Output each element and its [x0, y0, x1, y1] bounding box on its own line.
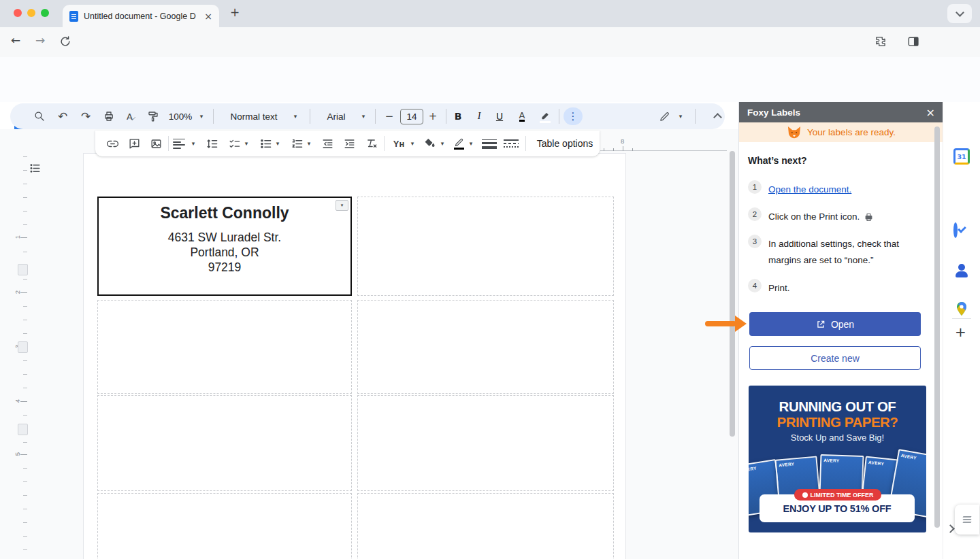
- fill-color-caret-icon[interactable]: ▾: [438, 131, 446, 156]
- numbered-list-caret-icon[interactable]: ▾: [305, 131, 313, 156]
- new-tab-button[interactable]: +: [230, 5, 240, 19]
- paint-format-icon[interactable]: [144, 103, 162, 129]
- insert-link-icon[interactable]: [103, 131, 121, 156]
- step-1: 1 Open the document.: [748, 182, 851, 198]
- browser-tab[interactable]: Untitled document - Google D ×: [63, 5, 219, 27]
- label-cell-empty[interactable]: [357, 300, 614, 394]
- row-resize-handle[interactable]: [18, 341, 28, 353]
- mac-zoom-button[interactable]: [41, 9, 49, 17]
- fill-color-icon[interactable]: [422, 131, 438, 156]
- tabstrip-chevron-button[interactable]: [947, 4, 972, 23]
- editing-mode-icon[interactable]: [657, 103, 672, 129]
- border-color-caret-icon[interactable]: ▾: [467, 131, 475, 156]
- decrease-indent-icon[interactable]: [318, 131, 336, 156]
- annotation-arrow: [705, 321, 736, 326]
- checklist-icon[interactable]: [226, 131, 242, 156]
- forward-button[interactable]: →: [35, 33, 45, 47]
- print-icon[interactable]: [100, 103, 118, 129]
- cell-dropdown-icon[interactable]: ▾: [336, 200, 348, 211]
- clear-formatting-icon[interactable]: [362, 131, 380, 156]
- mac-minimize-button[interactable]: [27, 9, 35, 17]
- open-document-link[interactable]: Open the document.: [768, 182, 851, 198]
- align-icon[interactable]: [173, 131, 189, 163]
- bold-icon[interactable]: B: [451, 103, 465, 129]
- more-options-icon[interactable]: ⋮: [564, 107, 583, 125]
- border-dash-icon[interactable]: [502, 131, 520, 163]
- numbered-list-icon[interactable]: [289, 131, 305, 156]
- underline-icon[interactable]: U: [493, 103, 506, 129]
- label-name: Scarlett Connolly: [99, 204, 350, 222]
- back-button[interactable]: ←: [11, 33, 20, 47]
- label-address: 4631 SW Luradel Str. Portland, OR 97219: [99, 230, 350, 275]
- increase-font-icon[interactable]: +: [427, 103, 439, 129]
- spellcheck-icon[interactable]: A: [122, 103, 141, 129]
- text-color-icon[interactable]: A: [514, 103, 529, 129]
- add-comment-icon[interactable]: [125, 131, 143, 156]
- open-button[interactable]: Open: [749, 312, 921, 336]
- promo-subline: Stock Up and Save Big!: [749, 433, 926, 443]
- zoom-caret-icon[interactable]: ▾: [197, 103, 206, 129]
- checklist-caret-icon[interactable]: ▾: [242, 131, 250, 156]
- label-cell-empty[interactable]: [357, 493, 614, 559]
- get-addons-button[interactable]: +: [955, 324, 966, 340]
- border-color-icon[interactable]: [451, 131, 467, 156]
- bulleted-list-caret-icon[interactable]: ▾: [274, 131, 282, 156]
- line-spacing-icon[interactable]: [203, 131, 220, 156]
- document-scrollbar[interactable]: [730, 151, 735, 437]
- paragraph-style-select[interactable]: Normal text: [223, 103, 285, 129]
- zoom-select[interactable]: 100%: [165, 103, 195, 129]
- italic-icon[interactable]: I: [472, 103, 486, 129]
- panel-scrollbar[interactable]: [934, 126, 940, 528]
- insert-image-icon[interactable]: [147, 131, 165, 156]
- extensions-icon[interactable]: [874, 35, 887, 48]
- undo-icon[interactable]: ↶: [54, 103, 71, 129]
- font-select[interactable]: Arial: [318, 103, 355, 129]
- vruler-mark-1: 1: [14, 235, 21, 239]
- panel-close-icon[interactable]: ×: [926, 106, 935, 119]
- step-2: 2 Click on the Print icon.: [748, 209, 874, 225]
- side-panel-icon[interactable]: [906, 35, 920, 48]
- mac-close-button[interactable]: [14, 9, 22, 17]
- collapse-rail-icon[interactable]: [947, 522, 953, 535]
- calendar-icon[interactable]: 31: [953, 148, 970, 165]
- increase-indent-icon[interactable]: [340, 131, 358, 156]
- external-link-icon: [816, 320, 826, 329]
- mode-caret-icon[interactable]: ▾: [676, 103, 685, 129]
- chevron-down-icon: [956, 8, 964, 17]
- bulleted-list-icon[interactable]: [257, 131, 274, 156]
- label-cell-empty[interactable]: [97, 300, 352, 394]
- font-caret-icon[interactable]: ▾: [359, 103, 368, 129]
- document-page[interactable]: Scarlett Connolly 4631 SW Luradel Str. P…: [83, 153, 626, 559]
- side-panel-rail: 31 +: [943, 102, 980, 559]
- search-menus-icon[interactable]: [31, 103, 48, 129]
- label-cell-empty[interactable]: [97, 493, 352, 559]
- label-cell-empty[interactable]: [357, 395, 614, 491]
- docs-toolbar: ↶ ↷ A 100% ▾ Normal text ▾ Arial ▾ − 14 …: [10, 103, 725, 129]
- label-cell-filled[interactable]: Scarlett Connolly 4631 SW Luradel Str. P…: [97, 197, 352, 296]
- decrease-font-icon[interactable]: −: [383, 103, 395, 129]
- foxy-merge-caret-icon[interactable]: ▾: [408, 131, 416, 156]
- align-caret-icon[interactable]: ▾: [189, 131, 197, 156]
- font-size-input[interactable]: 14: [400, 109, 423, 124]
- reload-button[interactable]: [59, 35, 72, 48]
- hide-menus-icon[interactable]: [708, 103, 726, 129]
- document-outline-icon[interactable]: [29, 162, 42, 177]
- tab-close-icon[interactable]: ×: [204, 11, 212, 22]
- limited-offer-badge: LIMITED TIME OFFER: [794, 489, 881, 501]
- create-new-button[interactable]: Create new: [749, 346, 921, 370]
- hidden-extension-card[interactable]: [955, 505, 979, 535]
- style-caret-icon[interactable]: ▾: [291, 103, 300, 129]
- promo-banner[interactable]: RUNNING OUT OF PRINTING PAPER? Stock Up …: [749, 386, 926, 532]
- row-resize-handle[interactable]: [18, 424, 28, 435]
- redo-icon[interactable]: ↷: [77, 103, 95, 129]
- foxy-merge-icon[interactable]: Yн: [389, 131, 408, 156]
- tab-title: Untitled document - Google D: [84, 12, 199, 21]
- border-width-icon[interactable]: [480, 131, 498, 163]
- label-cell-empty[interactable]: [97, 395, 352, 491]
- highlight-color-icon[interactable]: [537, 103, 553, 129]
- label-cell-empty[interactable]: [357, 197, 614, 296]
- tasks-icon[interactable]: [953, 224, 970, 241]
- table-options-button[interactable]: Table options: [534, 131, 596, 156]
- maps-icon[interactable]: [953, 301, 970, 317]
- row-resize-handle[interactable]: [18, 264, 28, 275]
